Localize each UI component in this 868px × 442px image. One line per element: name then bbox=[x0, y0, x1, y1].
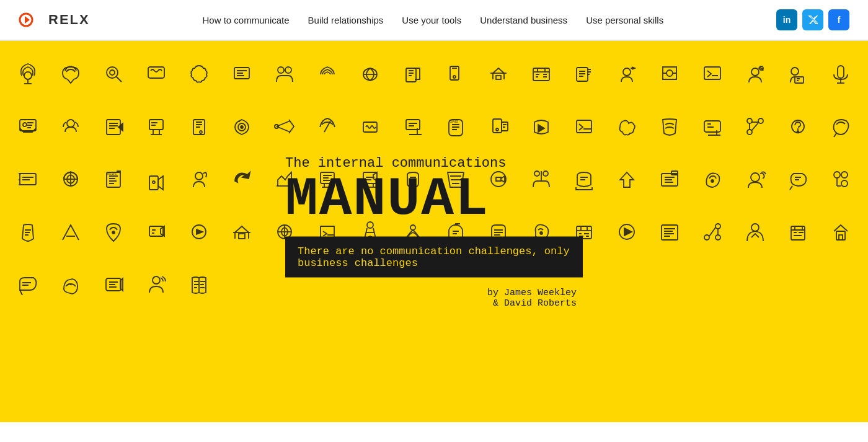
icon-cell bbox=[819, 47, 862, 100]
icon-cell bbox=[733, 205, 776, 258]
hero-section: SMS bbox=[0, 41, 868, 422]
icon-cell bbox=[49, 205, 92, 258]
icon-cell: SMS bbox=[434, 100, 477, 152]
logo-text: RELX bbox=[48, 12, 90, 28]
social-icons: in f bbox=[776, 9, 849, 30]
linkedin-button[interactable]: in bbox=[776, 9, 797, 30]
svg-point-87 bbox=[751, 173, 760, 182]
svg-rect-62 bbox=[20, 174, 36, 185]
svg-point-69 bbox=[153, 181, 155, 183]
icon-cell bbox=[605, 152, 648, 205]
svg-point-33 bbox=[67, 120, 74, 127]
icon-cell bbox=[691, 152, 733, 205]
icon-cell bbox=[177, 152, 220, 205]
svg-point-117 bbox=[153, 276, 160, 284]
icon-cell bbox=[776, 100, 819, 152]
icon-cell bbox=[135, 205, 177, 258]
svg-point-89 bbox=[841, 172, 848, 178]
icon-cell bbox=[177, 258, 220, 311]
svg-rect-19 bbox=[577, 68, 588, 81]
svg-point-1 bbox=[24, 72, 32, 79]
svg-point-112 bbox=[751, 224, 759, 231]
icon-cell bbox=[49, 47, 92, 100]
svg-point-15 bbox=[453, 76, 456, 78]
hero-center-content: The internal communications MANUAL There… bbox=[285, 155, 583, 308]
icon-cell bbox=[6, 100, 49, 152]
nav-understand-business[interactable]: Understand business bbox=[480, 15, 567, 25]
icon-cell bbox=[220, 100, 263, 152]
icon-cell bbox=[177, 205, 220, 258]
svg-rect-68 bbox=[149, 176, 158, 190]
icon-cell bbox=[520, 47, 562, 100]
main-nav: How to communicate Build relationships U… bbox=[203, 15, 664, 25]
icon-cell bbox=[691, 100, 733, 152]
icon-cell bbox=[6, 152, 49, 205]
icon-cell bbox=[135, 100, 177, 152]
svg-point-90 bbox=[841, 180, 848, 187]
svg-rect-85 bbox=[671, 171, 678, 175]
icon-cell bbox=[135, 47, 177, 100]
svg-point-107 bbox=[704, 235, 709, 240]
svg-point-86 bbox=[711, 180, 714, 182]
svg-rect-49 bbox=[502, 122, 508, 131]
facebook-button[interactable]: f bbox=[828, 9, 849, 30]
svg-point-26 bbox=[791, 68, 799, 75]
icon-cell bbox=[306, 47, 348, 100]
svg-point-60 bbox=[797, 131, 799, 133]
svg-point-70 bbox=[195, 172, 203, 180]
icon-cell bbox=[605, 205, 648, 258]
svg-text:SMS: SMS bbox=[450, 120, 458, 123]
svg-line-5 bbox=[116, 76, 122, 82]
icon-cell bbox=[434, 47, 477, 100]
hero-title: MANUAL bbox=[285, 172, 583, 226]
svg-point-48 bbox=[496, 128, 498, 131]
icon-cell bbox=[520, 100, 562, 152]
svg-line-61 bbox=[834, 133, 836, 137]
nav-build-relationships[interactable]: Build relationships bbox=[308, 15, 384, 25]
icon-cell bbox=[220, 47, 263, 100]
svg-rect-50 bbox=[577, 120, 591, 133]
svg-point-52 bbox=[747, 118, 752, 123]
svg-point-38 bbox=[200, 131, 202, 133]
icon-cell bbox=[477, 100, 520, 152]
icon-cell bbox=[819, 205, 862, 258]
svg-point-22 bbox=[666, 70, 673, 76]
icon-cell bbox=[92, 258, 135, 311]
icon-cell bbox=[819, 152, 862, 205]
icon-cell bbox=[605, 100, 648, 152]
icon-cell bbox=[263, 100, 306, 152]
icon-cell bbox=[691, 205, 733, 258]
logo[interactable]: RELX bbox=[19, 7, 90, 32]
icon-cell bbox=[49, 100, 92, 152]
icon-cell bbox=[477, 47, 520, 100]
icon-cell bbox=[391, 100, 434, 152]
nav-use-your-tools[interactable]: Use your tools bbox=[402, 15, 461, 25]
relx-logo-icon bbox=[19, 7, 43, 32]
twitter-button[interactable] bbox=[802, 9, 823, 30]
icon-cell bbox=[220, 152, 263, 205]
svg-rect-115 bbox=[839, 235, 843, 240]
svg-rect-27 bbox=[795, 77, 804, 83]
svg-point-109 bbox=[715, 235, 720, 240]
svg-point-108 bbox=[715, 224, 720, 229]
icon-cell bbox=[177, 100, 220, 152]
svg-rect-45 bbox=[406, 120, 420, 130]
svg-point-40 bbox=[241, 126, 243, 128]
svg-rect-18 bbox=[533, 68, 549, 81]
svg-point-93 bbox=[112, 231, 115, 234]
icon-cell bbox=[733, 100, 776, 152]
icon-cell bbox=[6, 205, 49, 258]
svg-point-88 bbox=[834, 172, 840, 178]
icon-cell bbox=[49, 152, 92, 205]
nav-how-to-communicate[interactable]: How to communicate bbox=[203, 15, 290, 25]
svg-rect-23 bbox=[704, 67, 720, 79]
icon-cell bbox=[648, 100, 691, 152]
svg-point-6 bbox=[110, 70, 115, 75]
nav-use-personal-skills[interactable]: Use personal skills bbox=[586, 15, 663, 25]
icon-cell bbox=[733, 152, 776, 205]
svg-rect-7 bbox=[148, 67, 164, 78]
icon-cell bbox=[691, 47, 733, 100]
svg-point-10 bbox=[285, 67, 291, 73]
icon-cell: NEWS bbox=[92, 152, 135, 205]
site-header: RELX How to communicate Build relationsh… bbox=[0, 0, 868, 41]
